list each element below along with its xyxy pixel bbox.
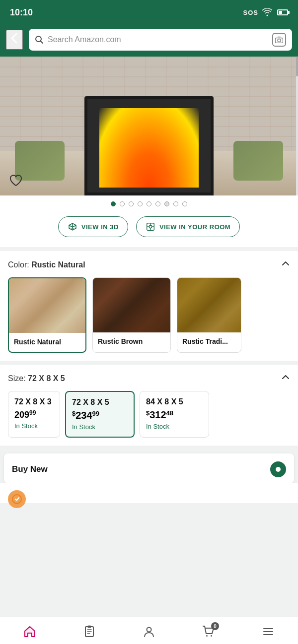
dot-3[interactable] [129, 201, 134, 206]
battery-icon [277, 9, 288, 15]
size-price-72x8x3: 20999 [14, 409, 54, 420]
color-name-rustic-tradi: Rustic Tradi... [177, 332, 241, 351]
svg-point-16 [206, 635, 208, 637]
size-card-84x8x5[interactable]: 84 X 8 X 5 $31248 In Stock [140, 391, 209, 438]
view-3d-icon [68, 222, 77, 232]
status-icons: SOS [243, 8, 288, 16]
search-icon [35, 35, 44, 44]
size-stock-72x8x3: In Stock [14, 422, 54, 430]
search-bar-container: Search Amazon.com [0, 25, 298, 57]
search-box[interactable]: Search Amazon.com [29, 29, 292, 51]
size-section-title: Size: 72 X 8 X 5 [8, 374, 65, 383]
svg-point-17 [211, 635, 212, 637]
size-card-72x8x3[interactable]: 72 X 8 X 3 20999 In Stock [8, 391, 60, 438]
color-name-rustic-brown: Rustic Brown [93, 332, 170, 351]
size-label-text: Size: [8, 374, 28, 383]
view-room-icon [146, 222, 155, 232]
color-section: Color: Rustic Natural Rustic Natural Rus… [0, 251, 298, 361]
size-price-84x8x5: $31248 [146, 409, 203, 421]
size-label-84x8x5: 84 X 8 X 5 [146, 397, 203, 406]
dot-play[interactable] [164, 201, 169, 206]
wifi-icon [262, 8, 272, 16]
color-name-rustic-natural: Rustic Natural [9, 333, 85, 352]
nav-account[interactable] [135, 623, 163, 640]
buy-new-partial-content [0, 483, 298, 503]
product-image [0, 57, 298, 195]
color-swatch-rustic-natural [9, 278, 85, 333]
cart-badge: 0 [214, 624, 217, 629]
bottom-nav: 0 [0, 617, 298, 644]
nav-home[interactable] [15, 623, 44, 640]
view-room-label: VIEW IN YOUR ROOM [159, 223, 230, 231]
color-label: Color: [8, 260, 29, 269]
dot-4[interactable] [138, 201, 143, 206]
orders-icon [83, 625, 96, 638]
view-buttons: VIEW IN 3D VIEW IN YOUR ROOM [0, 210, 298, 247]
fireplace-frame [84, 96, 214, 195]
size-options: 72 X 8 X 3 20999 In Stock 72 X 8 X 5 $23… [8, 391, 290, 438]
nav-menu[interactable] [254, 623, 283, 640]
color-swatch-rustic-tradi [177, 278, 241, 332]
fire [99, 108, 199, 188]
buy-new-radio[interactable] [270, 461, 286, 477]
scroll-thumb [296, 57, 298, 76]
view-room-button[interactable]: VIEW IN YOUR ROOM [136, 216, 240, 237]
radio-inner [276, 467, 281, 472]
view-3d-button[interactable]: VIEW IN 3D [58, 216, 128, 237]
svg-point-12 [12, 495, 21, 504]
section-divider-3 [0, 446, 298, 450]
color-card-rustic-tradi[interactable]: Rustic Tradi... [177, 277, 241, 353]
buy-new-section: Buy New [4, 453, 294, 483]
pagination-dots [0, 195, 298, 210]
dot-2[interactable] [120, 201, 125, 206]
search-placeholder: Search Amazon.com [48, 35, 268, 44]
svg-point-3 [281, 39, 282, 39]
color-selected-value: Rustic Natural [31, 260, 85, 269]
dot-8[interactable] [173, 201, 178, 206]
size-label-72x8x5: 72 X 8 X 5 [72, 398, 128, 407]
pillow-right [233, 141, 283, 181]
color-chevron-up[interactable] [281, 259, 290, 270]
wishlist-button[interactable] [6, 171, 26, 191]
status-time: 10:10 [10, 7, 33, 18]
size-label-72x8x3: 72 X 8 X 3 [14, 397, 54, 406]
account-icon [143, 625, 155, 638]
svg-point-2 [278, 39, 281, 42]
sos-label: SOS [243, 9, 258, 16]
size-section: Size: 72 X 8 X 5 72 X 8 X 3 20999 In Sto… [0, 365, 298, 446]
buy-new-label: Buy New [12, 464, 48, 474]
nav-orders[interactable] [75, 623, 104, 640]
color-section-title: Color: Rustic Natural [8, 260, 85, 269]
svg-point-15 [147, 628, 151, 632]
size-chevron-up[interactable] [281, 373, 290, 384]
nav-cart[interactable]: 0 [194, 623, 223, 640]
color-swatch-rustic-brown [93, 278, 170, 332]
dot-5[interactable] [147, 201, 151, 206]
color-card-rustic-natural[interactable]: Rustic Natural [8, 277, 86, 353]
back-button[interactable] [6, 30, 23, 50]
home-icon [23, 625, 36, 638]
status-bar: 10:10 SOS [0, 0, 298, 25]
svg-marker-5 [166, 203, 168, 204]
scroll-indicator [296, 57, 298, 195]
size-section-header: Size: 72 X 8 X 5 [8, 373, 290, 384]
color-options: Rustic Natural Rustic Brown Rustic Tradi… [8, 277, 290, 353]
section-divider-2 [0, 361, 298, 365]
svg-point-7 [149, 225, 151, 228]
fireplace-scene [0, 57, 298, 195]
color-card-rustic-brown[interactable]: Rustic Brown [92, 277, 171, 353]
size-card-72x8x5[interactable]: 72 X 8 X 5 $23499 In Stock [65, 391, 135, 438]
view-3d-label: VIEW IN 3D [81, 223, 119, 231]
size-price-72x8x5: $23499 [72, 410, 128, 421]
dot-9[interactable] [182, 201, 187, 206]
size-stock-72x8x5: In Stock [72, 423, 128, 431]
dot-1[interactable] [111, 201, 116, 206]
section-divider-1 [0, 247, 298, 251]
camera-icon[interactable] [272, 33, 286, 47]
color-section-header: Color: Rustic Natural [8, 259, 290, 270]
dot-6[interactable] [155, 201, 160, 206]
menu-icon [262, 625, 275, 638]
size-stock-84x8x5: In Stock [146, 423, 203, 430]
